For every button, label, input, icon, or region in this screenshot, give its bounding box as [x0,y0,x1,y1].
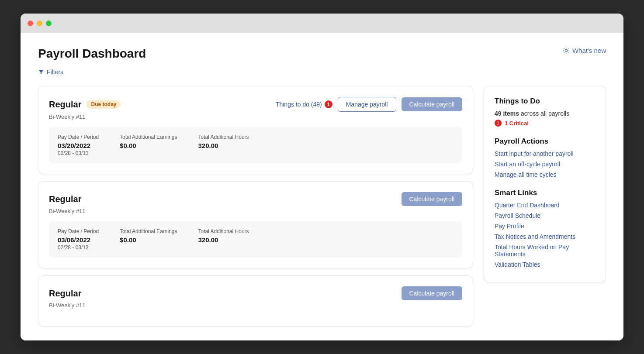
sidebar-payroll-actions: Payroll Actions Start input for another … [495,137,595,178]
hours-value-2: 320.00 [198,236,249,244]
sidebar-sl-title: Smart Links [495,189,595,197]
things-to-do-label-1: Things to do (49) [276,101,322,108]
filters-button[interactable]: Filters [38,69,63,76]
sidebar-link-manage-cycles[interactable]: Manage all time cycles [495,171,595,178]
sidebar-ttd-title: Things to Do [495,97,595,106]
filters-label: Filters [47,69,63,76]
card-actions-2: Calculate payroll [402,192,463,206]
browser-titlebar [21,14,623,33]
card-actions-1: Things to do (49) 1 Manage payroll Calcu… [276,97,462,112]
svg-line-3 [564,48,564,48]
period-value-2: 02/28 - 03/13 [58,244,99,251]
pay-date-col-1: Pay Date / Period 03/20/2022 02/28 - 03/… [58,134,99,156]
earnings-value-2: $0.00 [120,236,177,244]
card-header-2: Regular Calculate payroll [49,192,462,206]
filter-icon [38,69,44,75]
hours-col-2: Total Additional Hours 320.00 [198,228,249,251]
sidebar: Things to Do 49 items across all payroll… [484,86,606,282]
pay-date-label-1: Pay Date / Period [58,134,99,140]
hours-value-1: 320.00 [198,142,249,149]
sidebar-link-payroll-schedule[interactable]: Payroll Schedule [495,212,595,219]
close-dot [28,21,33,26]
critical-label: 1 Critical [505,120,529,127]
card-header-3: Regular Calculate payroll [49,286,462,300]
page-header: Payroll Dashboard What's new [38,47,606,61]
browser-content: Payroll Dashboard What's new [21,33,623,340]
hours-label-1: Total Additional Hours [198,134,249,140]
card-subtitle-2: Bi-Weekly #11 [49,208,462,214]
svg-line-4 [568,52,568,53]
filters-row: Filters [38,69,606,76]
due-badge-1: Due today [87,100,121,109]
pay-date-label-2: Pay Date / Period [58,228,99,234]
calculate-payroll-button-1[interactable]: Calculate payroll [402,97,463,111]
sidebar-link-quarter-end[interactable]: Quarter End Dashboard [495,202,595,209]
card-data-1: Pay Date / Period 03/20/2022 02/28 - 03/… [49,127,462,163]
earnings-value-1: $0.00 [120,142,177,149]
manage-payroll-button-1[interactable]: Manage payroll [338,97,396,112]
minimize-dot [37,21,42,26]
sidebar-ttd-items: 49 items across all payrolls [495,110,595,117]
card-subtitle-3: Bi-Weekly #11 [49,302,462,309]
payroll-list: Regular Due today Things to do (49) 1 Ma… [38,86,473,327]
card-title-3: Regular [49,289,81,299]
sidebar-smart-links: Smart Links Quarter End Dashboard Payrol… [495,189,595,268]
sidebar-link-start-input[interactable]: Start input for another payroll [495,150,595,157]
whats-new-label: What's new [572,47,606,54]
sidebar-link-validation-tables[interactable]: Validation Tables [495,261,595,268]
hours-label-2: Total Additional Hours [198,228,249,234]
earnings-label-1: Total Additional Earnings [120,134,177,140]
sidebar-link-off-cycle[interactable]: Start an off-cycle payroll [495,161,595,168]
card-title-2: Regular [49,194,81,204]
hours-col-1: Total Additional Hours 320.00 [198,134,249,156]
earnings-label-2: Total Additional Earnings [120,228,177,234]
expand-dot [46,21,52,26]
earnings-col-1: Total Additional Earnings $0.00 [120,134,177,156]
calculate-payroll-button-3[interactable]: Calculate payroll [402,286,463,300]
page-title: Payroll Dashboard [38,47,146,61]
earnings-col-2: Total Additional Earnings $0.00 [120,228,177,251]
card-actions-3: Calculate payroll [402,286,463,300]
browser-window: Payroll Dashboard What's new [21,14,623,340]
pay-date-value-2: 03/06/2022 [58,236,99,244]
lightbulb-icon [563,47,570,54]
card-title-row-2: Regular [49,194,81,204]
card-data-2: Pay Date / Period 03/06/2022 02/28 - 03/… [49,221,462,258]
sidebar-pa-title: Payroll Actions [495,137,595,146]
card-title-row-1: Regular Due today [49,100,121,110]
card-title-1: Regular [49,100,81,110]
calculate-payroll-button-2[interactable]: Calculate payroll [402,192,463,206]
pay-date-value-1: 03/20/2022 [58,142,99,149]
main-layout: Regular Due today Things to do (49) 1 Ma… [38,86,606,327]
svg-point-0 [565,49,567,52]
sidebar-things-to-do: Things to Do 49 items across all payroll… [495,97,595,127]
card-header-1: Regular Due today Things to do (49) 1 Ma… [49,97,462,112]
critical-badge-1: 1 [325,100,332,108]
svg-line-7 [564,52,564,53]
critical-dot-icon: ! [495,120,502,127]
svg-line-8 [568,48,568,48]
things-to-do-link-1[interactable]: Things to do (49) 1 [276,100,332,108]
sidebar-link-tax-notices[interactable]: Tax Notices and Amendments [495,233,595,240]
critical-row: ! 1 Critical [495,120,595,127]
card-title-row-3: Regular [49,289,81,299]
payroll-card-3: Regular Calculate payroll Bi-Weekly #11 [38,275,473,327]
whats-new-button[interactable]: What's new [563,47,606,54]
payroll-card-1: Regular Due today Things to do (49) 1 Ma… [38,86,473,174]
payroll-card-2: Regular Calculate payroll Bi-Weekly #11 … [38,181,473,268]
sidebar-link-pay-profile[interactable]: Pay Profile [495,223,595,230]
sidebar-link-total-hours[interactable]: Total Hours Worked on Pay Statements [495,244,595,258]
period-value-1: 02/28 - 03/13 [58,150,99,156]
pay-date-col-2: Pay Date / Period 03/06/2022 02/28 - 03/… [58,228,99,251]
card-subtitle-1: Bi-Weekly #11 [49,113,462,120]
